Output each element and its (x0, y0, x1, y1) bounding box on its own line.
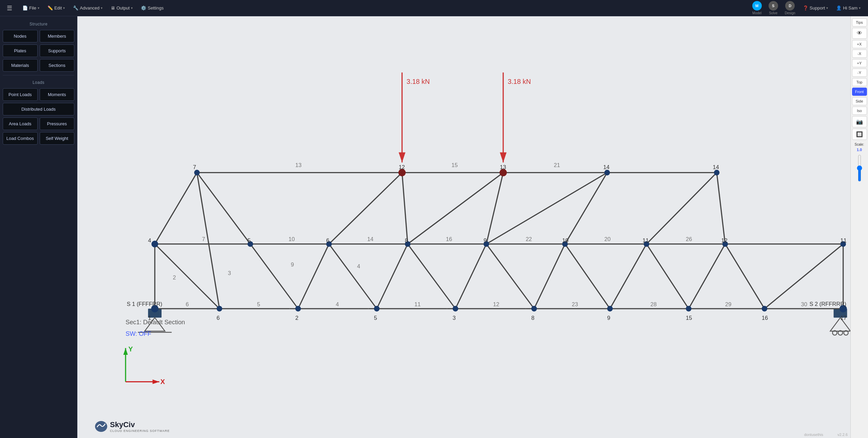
output-icon: 🖥 (111, 5, 115, 11)
svg-text:7: 7 (202, 236, 205, 242)
advanced-menu-button[interactable]: 🔧 Advanced ▾ (70, 3, 106, 13)
structure-diagram: 3.18 kN 3.18 kN (77, 16, 850, 438)
svg-text:22: 22 (526, 236, 532, 242)
nodes-button[interactable]: Nodes (3, 30, 38, 42)
svg-text:12: 12 (493, 301, 499, 308)
svg-marker-136 (123, 348, 128, 355)
svg-marker-1 (399, 152, 405, 163)
edit-menu-label: Edit (54, 5, 62, 11)
structure-section-label: Structure (3, 20, 74, 28)
svg-text:29: 29 (725, 301, 731, 308)
screenshot-button[interactable]: 📷 (852, 116, 867, 127)
right-panel: Tips 👁 +X -X +Y -Y Top Front Side Iso 📷 … (850, 16, 868, 438)
svg-text:12: 12 (721, 237, 727, 244)
svg-text:11: 11 (841, 237, 847, 244)
visibility-button[interactable]: 👁 (852, 28, 867, 39)
svg-line-41 (377, 244, 408, 309)
settings-menu-button[interactable]: ⚙️ Settings (137, 3, 167, 13)
svg-text:15: 15 (452, 162, 458, 168)
edit-icon: ✏️ (48, 5, 53, 11)
svg-text:17: 17 (841, 315, 847, 321)
top-view-button[interactable]: Top (852, 78, 867, 86)
plus-y-button[interactable]: +Y (852, 59, 867, 67)
hamburger-menu-button[interactable]: ☰ (4, 2, 15, 15)
svg-line-25 (197, 172, 219, 309)
svg-line-40 (329, 244, 377, 309)
iso-view-button[interactable]: Iso (852, 107, 867, 115)
edit-menu-button[interactable]: ✏️ Edit ▾ (44, 3, 68, 13)
mode-group: M Model S Solve D Design ❓ Support ▾ 👤 H… (750, 0, 864, 16)
top-navigation-bar: ☰ 📄 File ▾ ✏️ Edit ▾ 🔧 Advanced ▾ 🖥 Outp… (0, 0, 868, 16)
support-label: Support (810, 5, 825, 11)
svg-line-50 (725, 244, 765, 309)
minus-x-button[interactable]: -X (852, 50, 867, 58)
svg-text:4: 4 (357, 263, 360, 270)
svg-text:30: 30 (801, 301, 807, 308)
svg-line-24 (155, 172, 197, 244)
fullscreen-button[interactable]: 🔲 (852, 129, 867, 140)
distributed-loads-button[interactable]: Distributed Loads (3, 103, 74, 115)
svg-point-81 (194, 170, 200, 176)
svg-line-45 (534, 244, 565, 309)
minus-y-button[interactable]: -Y (852, 69, 867, 77)
model-mode-label: Model (752, 11, 761, 15)
file-menu-label: File (29, 5, 36, 11)
design-mode-circle: D (785, 1, 795, 11)
user-icon: 👤 (836, 5, 842, 11)
logo-sub: CLOUD ENGINEERING SOFTWARE (110, 429, 170, 433)
members-button[interactable]: Members (40, 30, 75, 42)
file-arrow-icon: ▾ (38, 6, 39, 10)
svg-text:20: 20 (604, 236, 610, 242)
tips-button[interactable]: Tips (852, 18, 867, 26)
sections-button[interactable]: Sections (40, 59, 75, 72)
solve-mode-button[interactable]: S Solve (766, 0, 781, 16)
materials-button[interactable]: Materials (3, 59, 38, 72)
svg-point-72 (151, 241, 158, 248)
svg-text:3: 3 (453, 315, 456, 321)
solve-mode-circle: S (769, 1, 778, 11)
pressures-button[interactable]: Pressures (40, 117, 75, 130)
structure-buttons-grid: Nodes Members Plates Supports Materials … (3, 30, 74, 72)
support-button[interactable]: ❓ Support ▾ (799, 3, 832, 13)
solve-mode-label: Solve (769, 11, 777, 15)
skyciv-logo-icon (94, 420, 108, 433)
svg-line-54 (329, 172, 402, 244)
svg-text:9: 9 (291, 261, 294, 268)
svg-text:5: 5 (374, 315, 377, 321)
svg-text:16: 16 (446, 236, 452, 242)
design-mode-button[interactable]: D Design (782, 0, 798, 16)
svg-point-69 (686, 306, 692, 312)
svg-line-51 (765, 244, 843, 309)
output-menu-button[interactable]: 🖥 Output ▾ (107, 3, 136, 13)
area-loads-button[interactable]: Area Loads (3, 117, 38, 130)
sidebar: Structure Nodes Members Plates Supports … (0, 16, 77, 438)
model-mode-button[interactable]: M Model (750, 0, 765, 16)
svg-point-63 (216, 306, 222, 312)
front-view-button[interactable]: Front (852, 88, 867, 96)
svg-text:13: 13 (295, 162, 301, 168)
canvas-area[interactable]: 3.18 kN 3.18 kN (77, 16, 850, 438)
svg-text:9: 9 (607, 315, 610, 321)
svg-text:5: 5 (247, 237, 250, 244)
svg-point-141 (95, 421, 107, 432)
side-view-button[interactable]: Side (852, 97, 867, 105)
main-area: Structure Nodes Members Plates Supports … (0, 16, 868, 438)
load-combos-button[interactable]: Load Combos (3, 132, 38, 145)
svg-text:S 1 (FFFFRR): S 1 (FFFFRR) (127, 301, 162, 307)
logo-name: SkyCiv (110, 420, 170, 429)
scale-slider[interactable] (856, 154, 863, 182)
self-weight-button[interactable]: Self Weight (40, 132, 75, 145)
loads-section-label: Loads (3, 79, 74, 86)
svg-line-48 (646, 244, 688, 309)
supports-button[interactable]: Supports (40, 44, 75, 57)
moments-button[interactable]: Moments (40, 88, 75, 101)
plates-button[interactable]: Plates (3, 44, 38, 57)
point-loads-button[interactable]: Point Loads (3, 88, 38, 101)
user-menu-button[interactable]: 👤 Hi Sam ▾ (833, 3, 864, 13)
svg-text:S 2 (RFFRRR): S 2 (RFFRRR) (809, 301, 846, 307)
file-menu-button[interactable]: 📄 File ▾ (19, 3, 43, 13)
svg-line-61 (717, 172, 725, 244)
plus-x-button[interactable]: +X (852, 40, 867, 48)
svg-line-60 (646, 172, 717, 244)
svg-text:16: 16 (762, 315, 768, 321)
